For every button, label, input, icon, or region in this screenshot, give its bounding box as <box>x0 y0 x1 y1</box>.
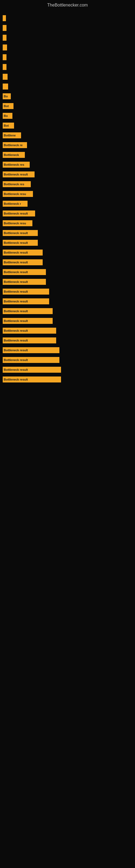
site-title-container: TheBottlenecker.com <box>0 0 135 9</box>
bar-row: Bottleneck resu <box>3 219 132 227</box>
bar-24: Bottleneck result <box>3 240 38 246</box>
bar-9: Bo <box>3 93 11 99</box>
bar-label-33: Bottleneck result <box>4 329 28 332</box>
bar-label-32: Bottleneck result <box>4 319 28 322</box>
bar-row <box>3 54 132 61</box>
bar-label-23: Bottleneck result <box>4 231 28 235</box>
bar-row: Bottleneck result <box>3 298 132 305</box>
bar-row <box>3 83 132 90</box>
bar-label-16: Bottleneck res <box>4 163 24 166</box>
bar-label-38: Bottleneck result <box>4 378 28 381</box>
bar-row: Bottleneck res <box>3 180 132 188</box>
bar-19: Bottleneck resu <box>3 191 33 197</box>
bar-label-29: Bottleneck result <box>4 290 28 293</box>
bar-27: Bottleneck result <box>3 269 46 275</box>
bar-label-18: Bottleneck res <box>4 183 24 186</box>
bar-row <box>3 14 132 22</box>
bar-label-24: Bottleneck result <box>4 241 28 244</box>
bar-11: Bo <box>3 113 12 119</box>
bar-row: Bottleneck result <box>3 337 132 344</box>
bar-32: Bottleneck result <box>3 318 53 324</box>
bar-row: Bottleneck r <box>3 200 132 208</box>
bar-row: Bottleneck res <box>3 161 132 168</box>
bar-37: Bottleneck result <box>3 367 61 373</box>
bar-18: Bottleneck res <box>3 181 31 187</box>
bar-12: Bot <box>3 123 14 129</box>
bar-15: Bottleneck <box>3 152 25 158</box>
bar-row <box>3 34 132 41</box>
bar-row: Bo <box>3 93 132 100</box>
bar-20: Bottleneck r <box>3 201 28 207</box>
bar-14: Bottleneck re <box>3 142 27 148</box>
bar-label-14: Bottleneck re <box>4 144 23 147</box>
bar-1 <box>3 15 6 21</box>
bar-row: Bottleneck result <box>3 229 132 237</box>
bar-23: Bottleneck result <box>3 230 38 236</box>
bar-5 <box>3 54 6 60</box>
bar-row: Bottleneck result <box>3 346 132 354</box>
bar-17: Bottleneck result <box>3 172 35 177</box>
bar-label-9: Bo <box>4 95 8 98</box>
bar-label-11: Bo <box>4 114 8 118</box>
bar-label-37: Bottleneck result <box>4 368 28 371</box>
bar-29: Bottleneck result <box>3 289 49 294</box>
bar-4 <box>3 44 7 51</box>
site-title: TheBottlenecker.com <box>0 0 135 9</box>
bar-3 <box>3 35 6 41</box>
bar-label-17: Bottleneck result <box>4 173 28 176</box>
bar-row: Bottleneck result <box>3 307 132 315</box>
bar-label-15: Bottleneck <box>4 153 19 156</box>
bar-row: Bo <box>3 112 132 120</box>
bar-21: Bottleneck result <box>3 211 35 216</box>
bar-25: Bottleneck result <box>3 250 43 255</box>
bar-10: Bot <box>3 103 13 109</box>
bar-row <box>3 44 132 51</box>
bar-label-10: Bot <box>4 104 9 108</box>
bar-label-31: Bottleneck result <box>4 310 28 313</box>
bar-22: Bottleneck resu <box>3 220 32 226</box>
bar-label-34: Bottleneck result <box>4 339 28 342</box>
bar-row <box>3 24 132 32</box>
bar-26: Bottleneck result <box>3 259 43 265</box>
bar-row: Bottleneck result <box>3 366 132 373</box>
bar-30: Bottleneck result <box>3 299 49 304</box>
bar-label-12: Bot <box>4 124 9 127</box>
bar-row: Bottleneck result <box>3 376 132 383</box>
bar-row: Bottleneck result <box>3 356 132 364</box>
bar-33: Bottleneck result <box>3 328 56 334</box>
bar-label-27: Bottleneck result <box>4 271 28 274</box>
bar-13: Bottlene <box>3 132 21 138</box>
bar-row <box>3 63 132 71</box>
bar-row: Bottleneck result <box>3 239 132 247</box>
bar-36: Bottleneck result <box>3 357 59 363</box>
bar-row: Bot <box>3 122 132 129</box>
bar-34: Bottleneck result <box>3 337 56 343</box>
bar-label-25: Bottleneck result <box>4 251 28 254</box>
bar-31: Bottleneck result <box>3 308 53 314</box>
bar-row: Bottleneck re <box>3 141 132 149</box>
bar-label-22: Bottleneck resu <box>4 222 26 225</box>
bar-label-26: Bottleneck result <box>4 261 28 264</box>
bar-row: Bottleneck result <box>3 210 132 217</box>
bar-8 <box>3 84 8 90</box>
bar-6 <box>3 64 6 70</box>
bar-row: Bottleneck result <box>3 278 132 286</box>
bar-row: Bottleneck result <box>3 170 132 178</box>
bar-row: Bottleneck result <box>3 288 132 296</box>
bar-row: Bottleneck resu <box>3 190 132 198</box>
bar-35: Bottleneck result <box>3 347 59 353</box>
bars-container: BoBotBoBotBottleneBottleneck reBottlenec… <box>0 9 135 388</box>
bar-row: Bottleneck result <box>3 317 132 325</box>
bar-16: Bottleneck res <box>3 162 30 167</box>
bar-38: Bottleneck result <box>3 376 61 382</box>
bar-label-28: Bottleneck result <box>4 280 28 283</box>
bar-label-35: Bottleneck result <box>4 348 28 352</box>
bar-7 <box>3 74 8 80</box>
bar-28: Bottleneck result <box>3 279 46 285</box>
bar-label-20: Bottleneck r <box>4 202 21 205</box>
bar-label-19: Bottleneck resu <box>4 192 26 195</box>
bar-row: Bot <box>3 102 132 110</box>
bar-row: Bottleneck result <box>3 327 132 335</box>
bar-2 <box>3 25 6 31</box>
bar-row: Bottleneck result <box>3 258 132 266</box>
